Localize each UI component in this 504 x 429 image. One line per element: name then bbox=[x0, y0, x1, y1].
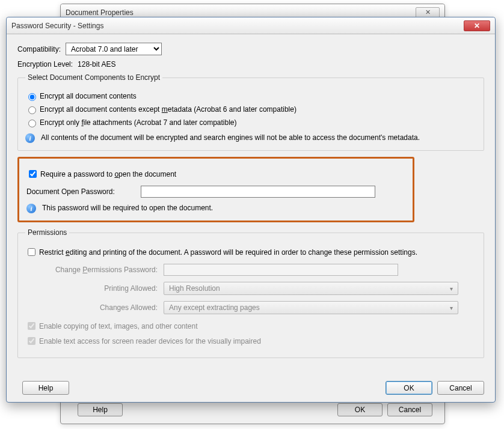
radio-encrypt-except-metadata-row: Encrypt all document contents except met… bbox=[25, 105, 476, 114]
enable-screen-reader-row: Enable text access for screen reader dev… bbox=[25, 335, 476, 347]
radio-encrypt-file-attachments[interactable] bbox=[28, 120, 36, 127]
encrypt-info-text: All contents of the document will be enc… bbox=[41, 133, 420, 142]
change-permissions-password-row: Change Permissions Password: bbox=[25, 264, 476, 276]
open-password-info-text: This password will be required to open t… bbox=[42, 204, 213, 212]
changes-allowed-select: Any except extracting pages bbox=[164, 301, 458, 314]
enable-screen-reader-label: Enable text access for screen reader dev… bbox=[39, 337, 261, 345]
permissions-group: Permissions Restrict editing and printin… bbox=[17, 228, 484, 358]
require-open-password-checkbox[interactable] bbox=[29, 170, 37, 178]
require-password-highlight: Require a password to open the document … bbox=[17, 157, 414, 222]
radio-encrypt-file-attachments-row: Encrypt only file attachments (Acrobat 7… bbox=[25, 118, 476, 127]
bg-close-button[interactable]: ✕ bbox=[416, 7, 440, 18]
open-password-info-row: i This password will be required to open… bbox=[26, 204, 405, 213]
bg-help-button[interactable]: Help bbox=[78, 403, 123, 416]
bg-button-row: Help OK Cancel bbox=[61, 403, 444, 416]
radio-encrypt-all-row: Encrypt all document contents bbox=[25, 91, 476, 101]
cancel-button[interactable]: Cancel bbox=[437, 381, 484, 395]
compatibility-select[interactable]: Acrobat 7.0 and later bbox=[66, 43, 162, 55]
radio-encrypt-all[interactable] bbox=[28, 93, 36, 101]
bg-title: Document Properties bbox=[66, 8, 416, 17]
enable-copying-checkbox bbox=[28, 322, 35, 330]
document-open-password-label: Document Open Password: bbox=[26, 187, 141, 196]
printing-allowed-row: Printing Allowed: High Resolution bbox=[25, 282, 476, 295]
encryption-level-row: Encryption Level: 128-bit AES bbox=[17, 60, 484, 68]
document-open-password-input[interactable] bbox=[141, 186, 375, 198]
help-button[interactable]: Help bbox=[22, 381, 69, 395]
info-icon: i bbox=[26, 204, 36, 213]
change-permissions-password-label: Change Permissions Password: bbox=[25, 266, 164, 274]
bg-cancel-button[interactable]: Cancel bbox=[387, 403, 432, 416]
ok-button[interactable]: OK bbox=[386, 381, 432, 395]
changes-allowed-label: Changes Allowed: bbox=[25, 303, 164, 312]
encryption-level-value: 128-bit AES bbox=[78, 60, 115, 68]
changes-allowed-row: Changes Allowed: Any except extracting p… bbox=[25, 301, 476, 314]
radio-encrypt-all-label[interactable]: Encrypt all document contents bbox=[40, 92, 137, 100]
info-icon: i bbox=[25, 133, 35, 143]
restrict-editing-row: Restrict editing and printing of the doc… bbox=[25, 246, 476, 258]
permissions-legend: Permissions bbox=[25, 228, 69, 237]
close-icon: ✕ bbox=[474, 22, 480, 30]
close-icon: ✕ bbox=[425, 8, 431, 16]
encrypt-components-group: Select Document Components to Encrypt En… bbox=[17, 73, 484, 151]
dialog-body: Compatibility: Acrobat 7.0 and later Enc… bbox=[7, 34, 495, 370]
password-security-dialog: Password Security - Settings ✕ Compatibi… bbox=[6, 17, 496, 403]
dialog-close-button[interactable]: ✕ bbox=[464, 20, 490, 31]
radio-encrypt-except-metadata-label[interactable]: Encrypt all document contents except met… bbox=[40, 105, 297, 114]
change-permissions-password-input bbox=[164, 264, 398, 276]
encrypt-info-row: i All contents of the document will be e… bbox=[25, 133, 476, 143]
compatibility-label: Compatibility: bbox=[17, 45, 61, 53]
fg-titlebar: Password Security - Settings ✕ bbox=[7, 17, 495, 34]
enable-copying-row: Enable copying of text, images, and othe… bbox=[25, 320, 476, 332]
require-open-password-label[interactable]: Require a password to open the document bbox=[40, 170, 176, 178]
document-open-password-row: Document Open Password: bbox=[26, 186, 405, 198]
dialog-footer: Help OK Cancel bbox=[17, 381, 484, 395]
enable-copying-label: Enable copying of text, images, and othe… bbox=[39, 322, 198, 330]
restrict-editing-label[interactable]: Restrict editing and printing of the doc… bbox=[39, 248, 417, 257]
radio-encrypt-except-metadata[interactable] bbox=[28, 106, 36, 114]
bg-ok-button[interactable]: OK bbox=[337, 403, 383, 416]
radio-encrypt-file-attachments-label[interactable]: Encrypt only file attachments (Acrobat 7… bbox=[40, 118, 237, 127]
printing-allowed-label: Printing Allowed: bbox=[25, 284, 164, 293]
printing-allowed-select: High Resolution bbox=[164, 282, 458, 295]
encryption-level-label: Encryption Level: bbox=[17, 60, 73, 68]
compatibility-row: Compatibility: Acrobat 7.0 and later bbox=[17, 43, 484, 55]
enable-screen-reader-checkbox bbox=[28, 337, 35, 345]
dialog-title: Password Security - Settings bbox=[11, 22, 464, 30]
encrypt-components-legend: Select Document Components to Encrypt bbox=[25, 73, 162, 82]
restrict-editing-checkbox[interactable] bbox=[28, 248, 35, 256]
require-open-password-row: Require a password to open the document bbox=[26, 168, 405, 180]
